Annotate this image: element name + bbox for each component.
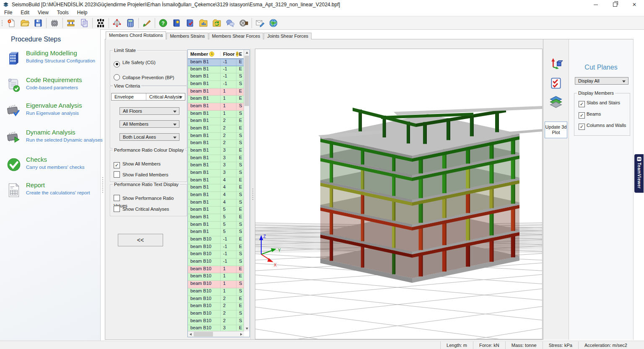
table-row[interactable]: beam B14S	[188, 199, 244, 207]
refresh-folder-button[interactable]	[210, 17, 223, 29]
website-globe-button[interactable]	[267, 17, 280, 29]
step-title[interactable]: Dynamic Analysis	[26, 129, 75, 136]
colour-brush-button[interactable]	[140, 17, 153, 29]
step-title[interactable]: Report	[26, 181, 45, 189]
table-row[interactable]: beam B1-1S	[188, 81, 244, 88]
table-row[interactable]: beam B11E	[188, 96, 244, 103]
menu-item-file[interactable]: File	[0, 10, 16, 16]
tab-members-strains[interactable]: Members Strains	[166, 33, 208, 39]
table-row[interactable]: beam B13E	[188, 155, 244, 163]
table-row[interactable]: beam B14E	[188, 184, 244, 192]
user-manual-button[interactable]	[170, 17, 183, 29]
table-row[interactable]: beam B15E	[188, 207, 244, 214]
scroll-up-arrow[interactable]	[244, 50, 249, 55]
export-folder-button[interactable]	[197, 17, 210, 29]
sidebar-splitter[interactable]	[101, 29, 104, 341]
table-row[interactable]: beam B14E	[188, 177, 244, 185]
3d-model-button[interactable]	[110, 17, 124, 29]
checks-list-icon[interactable]	[549, 76, 563, 90]
teamviewer-tab[interactable]: TeamViewer	[634, 154, 644, 193]
table-row[interactable]: beam B10-1S	[188, 259, 244, 266]
floors-combo[interactable]: All Floors	[119, 107, 179, 115]
step-title[interactable]: Checks	[26, 156, 47, 163]
table-row[interactable]: beam B10-1E	[188, 236, 244, 244]
table-row[interactable]: beam B102E	[188, 296, 244, 303]
display-all-combo[interactable]: Display All	[575, 77, 628, 85]
vertical-scroll-thumb[interactable]	[244, 56, 249, 106]
local-axes-combo[interactable]: Both Local Axes	[119, 133, 179, 141]
step-code-requirements[interactable]: Code Requirements Code-based parameters	[6, 76, 96, 100]
close-button[interactable]: ✕	[625, 0, 644, 9]
table-row[interactable]: beam B13S	[188, 170, 244, 177]
save-button[interactable]	[31, 17, 45, 29]
tab-joints-shear-forces[interactable]: Joints Shear Forces	[264, 33, 312, 39]
vertical-scrollbar[interactable]	[244, 50, 249, 331]
table-row[interactable]: beam B102S	[188, 310, 244, 318]
table-row[interactable]: beam B101S	[188, 281, 244, 288]
step-title[interactable]: Building Modelling	[26, 49, 77, 57]
col-member[interactable]: Member1	[188, 52, 221, 57]
table-row[interactable]: beam B15S	[188, 229, 244, 236]
table-row[interactable]: beam B12S	[188, 140, 244, 147]
update-3d-plot-button[interactable]: Update 3d Plot	[545, 122, 567, 138]
table-row[interactable]: beam B101E	[188, 273, 244, 281]
settings-button[interactable]	[48, 17, 61, 29]
col-end[interactable]: E	[236, 52, 244, 57]
step-checks[interactable]: Checks Carry out members' checks	[6, 156, 96, 179]
envelope-analysis-combo[interactable]: Envelope Critical Analysis	[111, 93, 185, 101]
table-row[interactable]: beam B12E	[188, 125, 244, 133]
check-columns-walls[interactable]: Columns and Walls	[579, 123, 626, 130]
menu-item-help[interactable]: Help	[73, 10, 92, 16]
feedback-button[interactable]	[223, 17, 237, 29]
check-show-failed-members[interactable]: Show Failed Members	[114, 171, 168, 178]
tab-members-chord-rotations[interactable]: Members Chord Rotations	[106, 31, 166, 39]
table-row[interactable]: beam B101S	[188, 288, 244, 296]
collapse-panel-button[interactable]: <<	[118, 234, 163, 246]
check-show-critical-analyses[interactable]: Show Critical Analyses	[114, 205, 169, 212]
cut-planes-icon[interactable]	[549, 95, 563, 108]
table-row[interactable]: beam B11S	[188, 103, 244, 111]
model-pattern-button[interactable]	[94, 17, 107, 29]
3d-model-canvas[interactable]: Z Y X	[255, 49, 542, 339]
horizontal-scrollbar[interactable]	[188, 331, 244, 337]
check-beams[interactable]: Beams	[579, 111, 601, 119]
col-floor[interactable]: Floor2	[221, 52, 236, 57]
document-properties-button[interactable]	[78, 17, 91, 29]
scroll-down-arrow[interactable]	[244, 326, 249, 331]
table-row[interactable]: beam B10-1E	[188, 244, 244, 251]
table-row[interactable]: beam B1-1S	[188, 73, 244, 81]
table-row[interactable]: beam B15E	[188, 214, 244, 222]
axes-3d-icon[interactable]	[549, 57, 563, 70]
scroll-left-arrow[interactable]	[188, 331, 193, 337]
restore-button[interactable]	[605, 0, 625, 9]
members-combo[interactable]: All Members	[119, 120, 179, 128]
open-project-button[interactable]	[18, 17, 31, 29]
menu-item-edit[interactable]: Edit	[16, 10, 34, 16]
menu-item-tools[interactable]: Tools	[53, 10, 73, 16]
table-row[interactable]: beam B11S	[188, 111, 244, 118]
scroll-right-arrow[interactable]	[239, 331, 244, 337]
menu-item-view[interactable]: View	[34, 10, 53, 16]
new-project-button[interactable]	[5, 17, 18, 29]
horizontal-scroll-thumb[interactable]	[194, 332, 213, 336]
table-row[interactable]: beam B10-1S	[188, 251, 244, 259]
radio-life-safety[interactable]: Life Safety (CG)	[114, 58, 156, 67]
verification-book-button[interactable]	[183, 17, 197, 29]
table-row[interactable]: beam B102S	[188, 318, 244, 326]
table-row[interactable]: beam B13S	[188, 162, 244, 170]
check-slabs-stairs[interactable]: Slabs and Stairs	[579, 100, 620, 107]
step-title[interactable]: Eigenvalue Analysis	[26, 102, 82, 109]
table-row[interactable]: beam B15S	[188, 222, 244, 229]
video-tutorials-button[interactable]	[237, 17, 250, 29]
table-row[interactable]: beam B1-1E	[188, 66, 244, 74]
table-row[interactable]: beam B12S	[188, 133, 244, 140]
table-row[interactable]: beam B1-1E	[188, 59, 244, 66]
tab-members-shear-forces[interactable]: Members Shear Forces	[209, 33, 264, 39]
table-row[interactable]: beam B14S	[188, 192, 244, 199]
table-row[interactable]: beam B12E	[188, 118, 244, 125]
step-building-modelling[interactable]: Building Modelling Building Structural C…	[6, 49, 96, 73]
table-row[interactable]: beam B101E	[188, 266, 244, 274]
table-row[interactable]: beam B102E	[188, 303, 244, 310]
minimize-button[interactable]	[586, 0, 605, 9]
calculator-button[interactable]	[124, 17, 137, 29]
